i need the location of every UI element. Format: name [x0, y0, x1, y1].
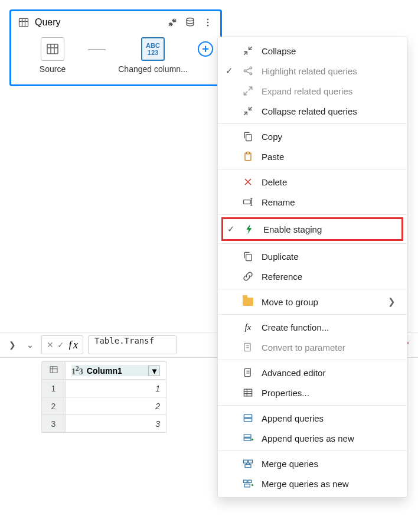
x-icon	[241, 176, 254, 188]
table-icon	[17, 16, 30, 29]
cell-value[interactable]: 3	[66, 415, 166, 433]
menu-item-collapse[interactable]: Collapse	[218, 41, 407, 61]
svg-point-6	[207, 22, 209, 24]
menu-item-rename[interactable]: Rename	[218, 192, 407, 212]
svg-rect-18	[244, 200, 251, 204]
bolt-icon	[243, 223, 256, 235]
folder-icon	[241, 298, 254, 306]
svg-rect-0	[19, 18, 28, 26]
step-label: Changed column...	[118, 64, 188, 74]
menu-item-reference[interactable]: Reference	[218, 266, 407, 286]
merge-new-icon	[241, 478, 254, 489]
svg-rect-31	[244, 460, 248, 463]
menu-separator	[218, 451, 407, 451]
rename-icon	[241, 196, 254, 208]
table-row[interactable]: 1 1	[42, 380, 166, 397]
chevron-right-icon[interactable]: ❯	[6, 338, 19, 351]
menu-item-properties[interactable]: Properties...	[218, 383, 407, 403]
menu-item-copy[interactable]: Copy	[218, 126, 407, 146]
append-new-icon	[241, 432, 254, 444]
cancel-formula-icon[interactable]: ✕	[47, 340, 54, 350]
menu-label: Move to group	[262, 297, 381, 307]
svg-rect-23	[244, 389, 252, 396]
menu-item-append-queries[interactable]: Append queries	[218, 408, 407, 428]
cell-value[interactable]: 1	[66, 380, 166, 397]
column-name: Column1	[87, 366, 122, 376]
menu-item-move-to-group[interactable]: Move to group ❯	[218, 292, 407, 312]
commit-formula-icon[interactable]: ✓	[57, 340, 64, 350]
more-options-icon[interactable]	[201, 16, 214, 29]
menu-separator	[218, 314, 407, 315]
checkmark-icon: ✓	[224, 66, 234, 76]
database-icon[interactable]	[184, 16, 197, 29]
svg-rect-20	[244, 343, 250, 351]
collapse-arrows-icon	[241, 45, 254, 57]
menu-label: Merge queries	[262, 459, 397, 469]
menu-label: Reference	[262, 272, 397, 282]
svg-rect-33	[245, 465, 251, 468]
svg-rect-27	[244, 414, 252, 417]
query-steps-row: Source ABC123 Changed column... +	[17, 37, 214, 74]
menu-label: Convert to parameter	[262, 342, 397, 353]
menu-item-merge-queries[interactable]: Merge queries	[218, 453, 407, 474]
svg-rect-8	[47, 44, 58, 54]
cell-value[interactable]: 2	[66, 397, 166, 415]
share-nodes-icon	[241, 65, 254, 77]
fx-icon[interactable]: ƒx	[68, 339, 78, 351]
table-row[interactable]: 2 2	[42, 397, 166, 415]
parameter-icon	[241, 341, 254, 353]
chevron-down-icon[interactable]: ⌄	[24, 338, 37, 351]
menu-item-merge-queries-new[interactable]: Merge queries as new	[218, 474, 407, 494]
column-filter-dropdown[interactable]: ▾	[148, 365, 160, 376]
menu-separator	[218, 123, 407, 124]
menu-label: Collapse related queries	[262, 106, 397, 116]
menu-item-enable-staging[interactable]: ✓ Enable staging	[223, 219, 401, 239]
menu-label: Append queries as new	[262, 433, 397, 443]
highlighted-menu-item: ✓ Enable staging	[221, 217, 403, 241]
query-step-source[interactable]: Source	[17, 37, 88, 74]
step-connector	[88, 49, 106, 50]
table-corner[interactable]	[42, 362, 66, 380]
query-step-changed-column[interactable]: ABC123 Changed column...	[106, 37, 200, 74]
menu-item-create-function[interactable]: fx Create function...	[218, 317, 407, 337]
menu-label: Highlight related queries	[262, 66, 397, 76]
duplicate-icon	[241, 250, 254, 262]
menu-item-paste[interactable]: Paste	[218, 146, 407, 167]
menu-separator	[218, 360, 407, 360]
column-header[interactable]: 123 Column1 ▾	[66, 362, 166, 380]
collapse-icon[interactable]	[166, 16, 179, 29]
svg-rect-19	[246, 254, 252, 261]
table-row[interactable]: 3 3	[42, 415, 166, 433]
query-diagram-card[interactable]: Query Source ABC123 Changed column... +	[9, 9, 222, 86]
menu-item-duplicate[interactable]: Duplicate	[218, 246, 407, 266]
copy-icon	[241, 130, 254, 142]
menu-label: Create function...	[262, 322, 397, 332]
menu-item-advanced-editor[interactable]: Advanced editor	[218, 363, 407, 383]
menu-item-expand-related: Expand related queries	[218, 81, 407, 101]
menu-label: Expand related queries	[262, 86, 397, 96]
svg-rect-35	[248, 480, 252, 482]
menu-item-convert-to-parameter: Convert to parameter	[218, 337, 407, 357]
query-card-header: Query	[17, 16, 214, 29]
formula-input[interactable]: Table.Transf	[88, 335, 177, 354]
menu-item-collapse-related[interactable]: Collapse related queries	[218, 101, 407, 121]
menu-label: Merge queries as new	[262, 479, 397, 489]
svg-rect-37	[50, 367, 57, 373]
scroll-icon	[241, 367, 254, 378]
menu-separator	[218, 214, 407, 215]
svg-point-12	[244, 70, 246, 71]
query-title: Query	[35, 17, 161, 28]
menu-item-append-queries-new[interactable]: Append queries as new	[218, 428, 407, 448]
expand-arrows-icon	[241, 85, 254, 97]
paste-icon	[241, 151, 254, 162]
add-step-button[interactable]: +	[198, 41, 213, 57]
menu-item-delete[interactable]: Delete	[218, 172, 407, 192]
svg-rect-29	[244, 435, 251, 437]
step-label: Source	[40, 64, 66, 74]
svg-rect-36	[244, 484, 250, 487]
column-type-icon[interactable]: 123	[71, 365, 83, 377]
menu-label: Properties...	[262, 388, 397, 398]
svg-point-7	[207, 25, 209, 27]
menu-label: Copy	[262, 132, 397, 142]
svg-rect-30	[244, 438, 251, 440]
